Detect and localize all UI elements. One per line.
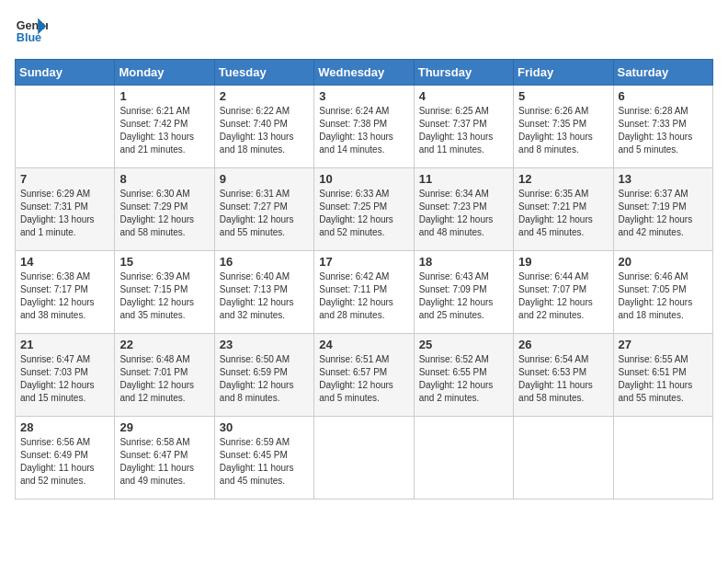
day-info: Sunrise: 6:26 AM Sunset: 7:35 PM Dayligh… (518, 105, 608, 156)
calendar-week-4: 21Sunrise: 6:47 AM Sunset: 7:03 PM Dayli… (16, 334, 713, 417)
day-info: Sunrise: 6:44 AM Sunset: 7:07 PM Dayligh… (518, 270, 608, 322)
calendar-week-3: 14Sunrise: 6:38 AM Sunset: 7:17 PM Dayli… (16, 251, 713, 334)
calendar-week-2: 7Sunrise: 6:29 AM Sunset: 7:31 PM Daylig… (16, 168, 713, 251)
day-number: 8 (119, 172, 209, 186)
calendar-header-monday: Monday (115, 60, 214, 86)
svg-text:Blue: Blue (17, 31, 41, 44)
day-number: 29 (119, 420, 209, 434)
calendar-header-thursday: Thursday (414, 60, 513, 86)
day-info: Sunrise: 6:29 AM Sunset: 7:31 PM Dayligh… (20, 188, 109, 239)
day-info: Sunrise: 6:37 AM Sunset: 7:19 PM Dayligh… (619, 188, 708, 239)
calendar-cell: 21Sunrise: 6:47 AM Sunset: 7:03 PM Dayli… (16, 334, 115, 417)
day-info: Sunrise: 6:25 AM Sunset: 7:37 PM Dayligh… (419, 105, 508, 156)
day-number: 23 (220, 338, 309, 351)
day-number: 27 (619, 338, 708, 351)
calendar-cell (414, 417, 513, 500)
day-number: 24 (319, 338, 408, 351)
calendar-body: 1Sunrise: 6:21 AM Sunset: 7:42 PM Daylig… (16, 86, 713, 500)
calendar-cell: 12Sunrise: 6:35 AM Sunset: 7:21 PM Dayli… (514, 168, 613, 251)
day-number: 18 (419, 255, 508, 269)
day-number: 22 (119, 338, 209, 351)
day-number: 11 (419, 172, 508, 186)
day-info: Sunrise: 6:30 AM Sunset: 7:29 PM Dayligh… (119, 188, 209, 239)
day-number: 9 (220, 172, 309, 186)
day-info: Sunrise: 6:48 AM Sunset: 7:01 PM Dayligh… (119, 353, 209, 405)
day-info: Sunrise: 6:40 AM Sunset: 7:13 PM Dayligh… (220, 270, 309, 322)
calendar-cell: 2Sunrise: 6:22 AM Sunset: 7:40 PM Daylig… (214, 86, 313, 168)
day-number: 30 (220, 420, 309, 434)
day-info: Sunrise: 6:22 AM Sunset: 7:40 PM Dayligh… (220, 105, 309, 156)
calendar-cell (16, 86, 115, 168)
day-info: Sunrise: 6:58 AM Sunset: 6:47 PM Dayligh… (119, 436, 209, 488)
calendar-week-1: 1Sunrise: 6:21 AM Sunset: 7:42 PM Daylig… (16, 86, 713, 168)
day-info: Sunrise: 6:42 AM Sunset: 7:11 PM Dayligh… (319, 270, 408, 322)
calendar-cell: 22Sunrise: 6:48 AM Sunset: 7:01 PM Dayli… (115, 334, 214, 417)
day-info: Sunrise: 6:52 AM Sunset: 6:55 PM Dayligh… (419, 353, 508, 405)
day-number: 28 (20, 420, 109, 434)
calendar-cell (514, 417, 613, 500)
calendar-cell: 3Sunrise: 6:24 AM Sunset: 7:38 PM Daylig… (314, 86, 414, 168)
day-info: Sunrise: 6:31 AM Sunset: 7:27 PM Dayligh… (220, 188, 309, 239)
calendar-cell: 11Sunrise: 6:34 AM Sunset: 7:23 PM Dayli… (414, 168, 513, 251)
day-number: 12 (518, 172, 608, 186)
day-info: Sunrise: 6:51 AM Sunset: 6:57 PM Dayligh… (319, 353, 408, 405)
day-info: Sunrise: 6:33 AM Sunset: 7:25 PM Dayligh… (319, 188, 408, 239)
calendar-cell: 13Sunrise: 6:37 AM Sunset: 7:19 PM Dayli… (613, 168, 712, 251)
calendar-header-wednesday: Wednesday (314, 60, 414, 86)
calendar-week-5: 28Sunrise: 6:56 AM Sunset: 6:49 PM Dayli… (16, 417, 713, 500)
calendar-cell: 30Sunrise: 6:59 AM Sunset: 6:45 PM Dayli… (214, 417, 313, 500)
calendar-cell: 24Sunrise: 6:51 AM Sunset: 6:57 PM Dayli… (314, 334, 414, 417)
calendar-cell (613, 417, 712, 500)
calendar-cell: 7Sunrise: 6:29 AM Sunset: 7:31 PM Daylig… (16, 168, 115, 251)
calendar-cell: 19Sunrise: 6:44 AM Sunset: 7:07 PM Dayli… (514, 251, 613, 334)
calendar-cell: 27Sunrise: 6:55 AM Sunset: 6:51 PM Dayli… (613, 334, 712, 417)
day-number: 6 (619, 89, 708, 103)
day-number: 1 (119, 89, 209, 103)
logo: General Blue (15, 15, 48, 48)
calendar-cell: 9Sunrise: 6:31 AM Sunset: 7:27 PM Daylig… (214, 168, 313, 251)
day-number: 5 (518, 89, 608, 103)
page-header: General Blue (15, 15, 713, 48)
calendar-header-friday: Friday (514, 60, 613, 86)
day-info: Sunrise: 6:21 AM Sunset: 7:42 PM Dayligh… (119, 105, 209, 156)
calendar-cell: 4Sunrise: 6:25 AM Sunset: 7:37 PM Daylig… (414, 86, 513, 168)
day-info: Sunrise: 6:38 AM Sunset: 7:17 PM Dayligh… (20, 270, 109, 322)
day-info: Sunrise: 6:50 AM Sunset: 6:59 PM Dayligh… (220, 353, 309, 405)
calendar-cell: 26Sunrise: 6:54 AM Sunset: 6:53 PM Dayli… (514, 334, 613, 417)
day-info: Sunrise: 6:59 AM Sunset: 6:45 PM Dayligh… (220, 436, 309, 488)
day-number: 10 (319, 172, 408, 186)
calendar-cell: 1Sunrise: 6:21 AM Sunset: 7:42 PM Daylig… (115, 86, 214, 168)
day-info: Sunrise: 6:43 AM Sunset: 7:09 PM Dayligh… (419, 270, 508, 322)
calendar-header-saturday: Saturday (613, 60, 712, 86)
calendar-cell: 5Sunrise: 6:26 AM Sunset: 7:35 PM Daylig… (514, 86, 613, 168)
calendar-header-row: SundayMondayTuesdayWednesdayThursdayFrid… (16, 60, 713, 86)
calendar-cell: 15Sunrise: 6:39 AM Sunset: 7:15 PM Dayli… (115, 251, 214, 334)
day-info: Sunrise: 6:34 AM Sunset: 7:23 PM Dayligh… (419, 188, 508, 239)
day-number: 20 (619, 255, 708, 269)
calendar-cell: 25Sunrise: 6:52 AM Sunset: 6:55 PM Dayli… (414, 334, 513, 417)
day-info: Sunrise: 6:55 AM Sunset: 6:51 PM Dayligh… (619, 353, 708, 405)
calendar-cell: 28Sunrise: 6:56 AM Sunset: 6:49 PM Dayli… (16, 417, 115, 500)
day-number: 7 (20, 172, 109, 186)
day-number: 21 (20, 338, 109, 351)
day-number: 14 (20, 255, 109, 269)
calendar-cell: 23Sunrise: 6:50 AM Sunset: 6:59 PM Dayli… (214, 334, 313, 417)
logo-icon: General Blue (15, 15, 48, 48)
day-number: 15 (119, 255, 209, 269)
calendar-cell: 18Sunrise: 6:43 AM Sunset: 7:09 PM Dayli… (414, 251, 513, 334)
calendar-cell: 10Sunrise: 6:33 AM Sunset: 7:25 PM Dayli… (314, 168, 414, 251)
calendar-header-sunday: Sunday (16, 60, 115, 86)
calendar-cell: 14Sunrise: 6:38 AM Sunset: 7:17 PM Dayli… (16, 251, 115, 334)
calendar-cell: 20Sunrise: 6:46 AM Sunset: 7:05 PM Dayli… (613, 251, 712, 334)
calendar-cell: 17Sunrise: 6:42 AM Sunset: 7:11 PM Dayli… (314, 251, 414, 334)
day-number: 25 (419, 338, 508, 351)
day-number: 19 (518, 255, 608, 269)
calendar-cell: 16Sunrise: 6:40 AM Sunset: 7:13 PM Dayli… (214, 251, 313, 334)
calendar-header-tuesday: Tuesday (214, 60, 313, 86)
day-info: Sunrise: 6:56 AM Sunset: 6:49 PM Dayligh… (20, 436, 109, 488)
calendar-cell: 6Sunrise: 6:28 AM Sunset: 7:33 PM Daylig… (613, 86, 712, 168)
day-number: 2 (220, 89, 309, 103)
day-info: Sunrise: 6:47 AM Sunset: 7:03 PM Dayligh… (20, 353, 109, 405)
day-info: Sunrise: 6:54 AM Sunset: 6:53 PM Dayligh… (518, 353, 608, 405)
calendar-cell: 29Sunrise: 6:58 AM Sunset: 6:47 PM Dayli… (115, 417, 214, 500)
